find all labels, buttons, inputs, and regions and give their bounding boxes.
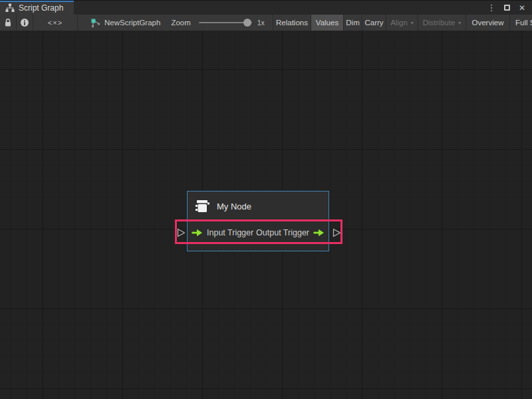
toolbar-button-values[interactable]: Values bbox=[311, 15, 343, 31]
lock-button[interactable] bbox=[0, 15, 17, 31]
maximize-icon bbox=[504, 5, 510, 11]
zoom-control: Zoom 1x bbox=[171, 15, 265, 31]
close-icon: ✕ bbox=[519, 3, 525, 13]
button-label: Distribute bbox=[423, 19, 456, 27]
code-view-icon: <×> bbox=[48, 19, 63, 27]
code-view-button[interactable]: <×> bbox=[33, 15, 78, 31]
graph-asset-icon bbox=[91, 19, 100, 27]
tab-bar: Script Graph ⋮ ✕ bbox=[0, 0, 532, 15]
toolbar-button-distribute: Distribute ▾ bbox=[418, 15, 466, 31]
input-connection-triangle-icon[interactable] bbox=[176, 227, 186, 238]
unit-icon bbox=[194, 198, 211, 214]
output-trigger-port[interactable]: Output Trigger bbox=[256, 228, 325, 237]
toolbar-button-carry[interactable]: Carry bbox=[362, 15, 386, 31]
toolbar-button-relations[interactable]: Relations bbox=[273, 15, 311, 31]
toolbar-button-overview[interactable]: Overview bbox=[466, 15, 509, 31]
zoom-label: Zoom bbox=[171, 19, 190, 27]
zoom-slider[interactable] bbox=[199, 22, 252, 23]
script-graph-window: Script Graph ⋮ ✕ bbox=[0, 0, 532, 399]
button-label: Overview bbox=[472, 19, 504, 27]
info-icon bbox=[20, 18, 29, 27]
close-button[interactable]: ✕ bbox=[517, 3, 527, 13]
node-title: My Node bbox=[217, 201, 251, 211]
input-port-label: Input Trigger bbox=[207, 228, 253, 237]
maximize-button[interactable] bbox=[501, 3, 512, 13]
window-menu-button[interactable]: ⋮ bbox=[486, 3, 497, 13]
node-header[interactable]: My Node bbox=[188, 192, 329, 221]
zoom-slider-handle[interactable] bbox=[243, 19, 251, 27]
input-trigger-port[interactable]: Input Trigger bbox=[192, 228, 253, 237]
graph-asset-reference[interactable]: NewScriptGraph bbox=[91, 15, 160, 31]
button-label: Relations bbox=[276, 19, 308, 27]
kebab-menu-icon: ⋮ bbox=[487, 3, 496, 13]
script-node[interactable]: My Node Input Trigger Output Trigger bbox=[187, 191, 329, 251]
graph-canvas[interactable]: My Node Input Trigger Output Trigger bbox=[0, 31, 532, 399]
zoom-value: 1x bbox=[257, 19, 265, 27]
chevron-down-icon: ▾ bbox=[411, 20, 414, 26]
output-port-label: Output Trigger bbox=[256, 228, 309, 237]
button-label: Carry bbox=[364, 19, 383, 27]
chevron-down-icon: ▾ bbox=[458, 20, 461, 26]
tab-title: Script Graph bbox=[19, 3, 63, 13]
graph-toolbar: <×> NewScriptGraph Zoom 1x Relation bbox=[0, 15, 532, 31]
lock-icon bbox=[4, 18, 12, 27]
flow-out-arrow-icon bbox=[313, 229, 325, 237]
flow-in-arrow-icon bbox=[192, 229, 203, 237]
toolbar-button-full-screen[interactable]: Full Screen bbox=[509, 15, 532, 31]
toolbar-button-dim[interactable]: Dim bbox=[343, 15, 362, 31]
info-button[interactable] bbox=[17, 15, 33, 31]
toolbar-actions: Relations Values Dim Carry Align ▾ Distr… bbox=[273, 15, 532, 31]
hierarchy-icon bbox=[5, 3, 15, 13]
button-label: Full Screen bbox=[515, 19, 532, 27]
window-controls: ⋮ ✕ bbox=[486, 1, 532, 15]
node-port-row: Input Trigger Output Trigger bbox=[188, 221, 329, 243]
button-label: Values bbox=[316, 19, 338, 27]
graph-name: NewScriptGraph bbox=[104, 19, 160, 27]
button-label: Align bbox=[390, 19, 408, 27]
tab-script-graph[interactable]: Script Graph bbox=[0, 1, 74, 15]
toolbar-button-align: Align ▾ bbox=[386, 15, 418, 31]
output-connection-triangle-icon[interactable] bbox=[332, 227, 342, 238]
button-label: Dim bbox=[346, 19, 359, 27]
